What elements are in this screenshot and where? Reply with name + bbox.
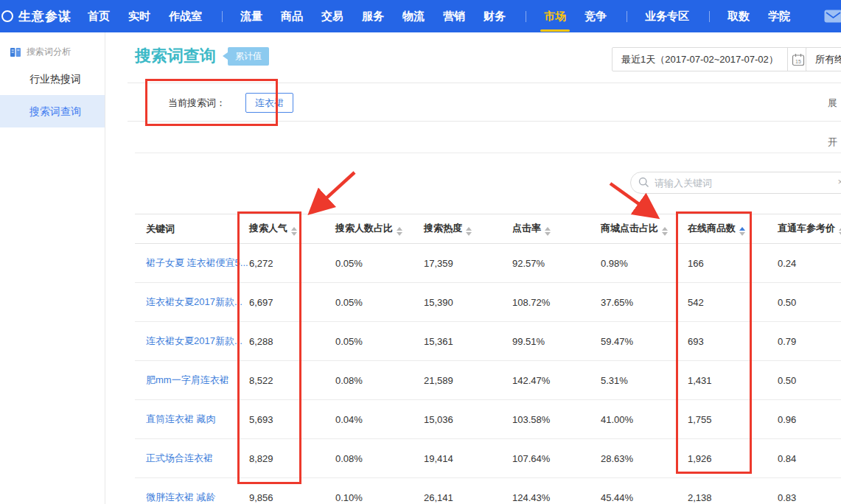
search-input[interactable] [630, 172, 841, 194]
cell-search-popularity: 6,697 [249, 297, 335, 308]
table-row: 微胖连衣裙 减龄 9,856 0.10% 26,141 124.43% 45.4… [135, 478, 841, 504]
nav-item-marketing[interactable]: 营销 [443, 0, 465, 32]
sort-icon [662, 227, 668, 236]
date-range-value: 最近1天（2017-07-02~2017-07-02） [613, 48, 787, 71]
cell-ppc-price: 0.24 [778, 258, 841, 269]
column-header-search-popularity[interactable]: 搜索人气 [249, 222, 335, 236]
app-logo[interactable]: 生意参谋 [9, 8, 71, 25]
nav-item-competition[interactable]: 竞争 [584, 0, 607, 32]
expand-label: 展开 [828, 97, 837, 147]
nav-item-realtime[interactable]: 实时 [128, 0, 150, 32]
cell-search-heat: 15,036 [424, 414, 512, 425]
cell-search-popularity: 9,856 [249, 492, 335, 503]
column-header-mall-click-share[interactable]: 商城点击占比 [601, 222, 688, 236]
current-keyword-chip[interactable]: 连衣裙 [245, 93, 293, 113]
sidebar-section-label: 搜索词分析 [27, 46, 71, 58]
cell-search-heat: 15,361 [424, 336, 512, 347]
search-icon [638, 177, 649, 188]
sort-icon [545, 227, 551, 236]
search-term-analytics-page: { "nav": { "logo": "生意参谋", "items": [ { … [0, 0, 841, 504]
sidebar: 搜索词分析 行业热搜词 搜索词查询 [0, 32, 105, 504]
terminal-filter-button[interactable]: 所有终端 [806, 47, 841, 71]
table-row: 裙子女夏 连衣裙便宜5... 6,272 0.05% 17,359 92.57%… [135, 244, 841, 283]
cell-click-rate: 124.43% [512, 492, 601, 503]
nav-divider [709, 11, 710, 22]
nav-item-academy[interactable]: 学院 [768, 0, 790, 32]
cell-search-popularity: 8,522 [249, 375, 335, 386]
cell-searcher-share: 0.04% [335, 414, 424, 425]
nav-item-trade[interactable]: 交易 [321, 0, 343, 32]
sidebar-section-header: 搜索词分析 [0, 32, 105, 58]
sort-icon-active-asc [739, 227, 745, 236]
column-header-search-heat[interactable]: 搜索热度 [424, 222, 512, 236]
current-search-term-panel: 当前搜索词： 连衣裙 展开 [128, 83, 841, 122]
svg-text:15: 15 [795, 58, 801, 63]
sidebar-item-search-term-query[interactable]: 搜索词查询 [0, 95, 105, 127]
keyword-link[interactable]: 肥mm一字肩连衣裙 [146, 374, 229, 385]
mail-icon[interactable] [824, 10, 841, 23]
cell-mall-click-share: 0.98% [601, 258, 688, 269]
clear-icon[interactable]: × [837, 176, 841, 187]
table-row: 直筒连衣裙 藏肉 5,693 0.04% 15,036 103.58% 41.0… [135, 400, 841, 439]
keyword-link[interactable]: 连衣裙女夏2017新款... [146, 335, 242, 346]
date-range-picker[interactable]: 最近1天（2017-07-02~2017-07-02） 15 [612, 47, 810, 71]
cell-click-rate: 142.47% [512, 375, 601, 386]
cell-mall-click-share: 41.00% [601, 414, 688, 425]
notebook-icon [10, 46, 21, 58]
sort-icon [291, 227, 297, 236]
keyword-cell: 裙子女夏 连衣裙便宜5... [146, 256, 249, 270]
column-header-online-products[interactable]: 在线商品数 [688, 222, 778, 236]
keyword-link[interactable]: 连衣裙女夏2017新款... [146, 296, 242, 307]
cumulative-badge: 累计值 [228, 47, 269, 66]
nav-item-data-fetch[interactable]: 取数 [727, 0, 750, 32]
sidebar-item-industry-hot-words[interactable]: 行业热搜词 [0, 64, 105, 94]
cell-search-heat: 21,589 [424, 375, 512, 386]
table-row: 肥mm一字肩连衣裙 8,522 0.08% 21,589 142.47% 5.3… [135, 361, 841, 400]
sort-icon [466, 227, 472, 236]
keyword-cell: 肥mm一字肩连衣裙 [146, 374, 249, 387]
nav-divider [222, 11, 223, 22]
keyword-link[interactable]: 正式场合连衣裙 [146, 452, 213, 463]
cell-searcher-share: 0.05% [335, 258, 424, 269]
cell-mall-click-share: 59.47% [601, 336, 688, 347]
keyword-cell: 连衣裙女夏2017新款... [146, 295, 249, 309]
cell-search-popularity: 6,288 [249, 336, 335, 347]
cell-searcher-share: 0.05% [335, 336, 424, 347]
cell-click-rate: 99.51% [512, 336, 601, 347]
nav-item-logistics[interactable]: 物流 [402, 0, 425, 32]
cell-click-rate: 92.57% [512, 258, 601, 269]
nav-divider [526, 11, 526, 22]
nav-item-warroom[interactable]: 作战室 [169, 0, 202, 32]
cell-searcher-share: 0.10% [335, 492, 424, 503]
nav-item-market[interactable]: 市场 [544, 0, 566, 32]
nav-item-goods[interactable]: 商品 [281, 0, 303, 32]
cell-mall-click-share: 37.65% [601, 297, 688, 308]
keyword-link[interactable]: 直筒连衣裙 藏肉 [146, 413, 216, 424]
column-header-ppc-reference-price[interactable]: 直通车参考价 [778, 222, 841, 236]
nav-item-finance[interactable]: 财务 [484, 0, 506, 32]
cell-search-popularity: 8,829 [249, 453, 335, 464]
cell-online-products: 1,431 [688, 375, 778, 386]
column-header-click-rate[interactable]: 点击率 [512, 222, 601, 236]
cell-ppc-price: 0.50 [778, 375, 841, 386]
cell-click-rate: 108.72% [512, 297, 601, 308]
logo-icon [1, 10, 13, 22]
nav-item-traffic[interactable]: 流量 [240, 0, 262, 32]
app-name: 生意参谋 [18, 8, 71, 25]
current-search-term-label: 当前搜索词： [168, 83, 226, 122]
cell-mall-click-share: 28.63% [601, 453, 688, 464]
table-row: 连衣裙女夏2017新款... 6,288 0.05% 15,361 99.51%… [135, 322, 841, 361]
nav-item-business-zone[interactable]: 业务专区 [645, 0, 689, 32]
nav-item-service[interactable]: 服务 [362, 0, 384, 32]
nav-items: 首页 实时 作战室 流量 商品 交易 服务 物流 营销 财务 市场 竞争 业务专… [88, 0, 809, 32]
cell-searcher-share: 0.08% [335, 375, 424, 386]
keyword-link[interactable]: 裙子女夏 连衣裙便宜5... [146, 257, 248, 268]
calendar-icon: 15 [792, 53, 805, 66]
keyword-link[interactable]: 微胖连衣裙 减龄 [146, 491, 216, 503]
cell-mall-click-share: 45.44% [601, 492, 688, 503]
cell-search-popularity: 6,272 [249, 258, 335, 269]
keyword-search-box: × [630, 172, 841, 194]
cell-click-rate: 103.58% [512, 414, 601, 425]
nav-item-home[interactable]: 首页 [88, 0, 110, 32]
column-header-searcher-share[interactable]: 搜索人数占比 [335, 222, 424, 236]
